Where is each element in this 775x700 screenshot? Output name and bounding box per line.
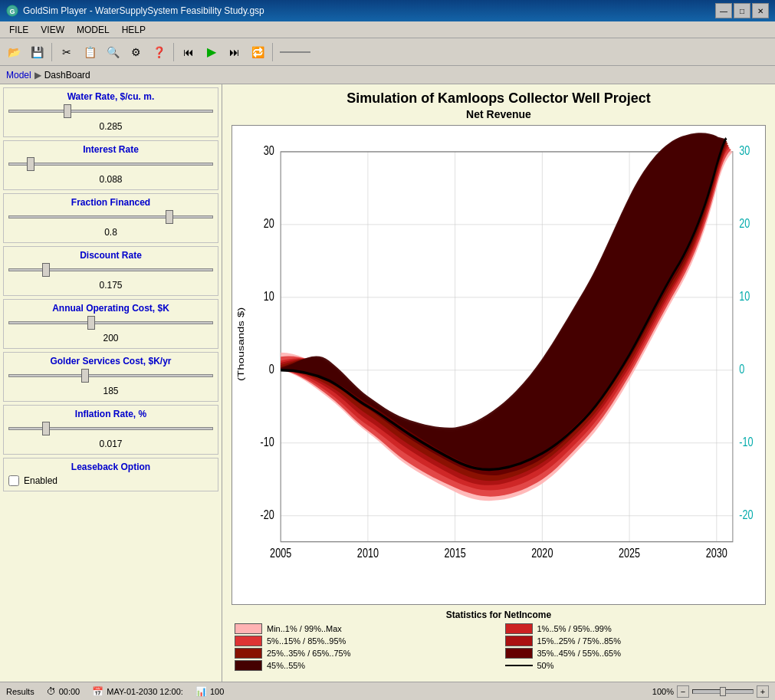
zoom-thumb[interactable] — [720, 687, 726, 696]
legend-label-4: 25%..35% / 65%..75% — [267, 649, 350, 658]
legend-grid: Min..1% / 99%..Max 1%..5% / 95%..99% 5%.… — [235, 623, 763, 671]
cut-button[interactable]: ✂ — [56, 41, 77, 63]
legend-item-4: 25%..35% / 65%..75% — [235, 648, 493, 659]
leaseback-checkbox[interactable] — [8, 475, 19, 486]
legend-swatch-2 — [235, 636, 262, 646]
status-results-text: Results — [6, 687, 34, 696]
inflation-rate-value: 0.017 — [8, 439, 213, 449]
zoom-out-button[interactable]: − — [677, 685, 689, 698]
leaseback-title: Leaseback Option — [8, 462, 213, 472]
svg-text:G: G — [9, 8, 15, 15]
svg-text:30: 30 — [264, 143, 274, 157]
toolbar-divider-line — [280, 51, 310, 53]
status-count: 📊 100 — [195, 686, 224, 697]
breadcrumb-bar: Model ▶ DashBoard — [0, 66, 775, 84]
legend-swatch-4 — [235, 648, 262, 659]
discount-rate-slider[interactable] — [8, 264, 213, 276]
breadcrumb-separator: ▶ — [34, 70, 41, 81]
minimize-button[interactable]: — — [715, 3, 732, 18]
menu-view[interactable]: VIEW — [34, 23, 71, 37]
toolbar-sep-3 — [272, 43, 273, 61]
legend-line-50 — [505, 660, 533, 671]
menu-file[interactable]: FILE — [3, 23, 34, 37]
fraction-financed-label: Fraction Financed — [8, 197, 213, 208]
zoom-level-text: 100% — [652, 687, 674, 696]
discount-rate-value: 0.175 — [8, 280, 213, 291]
menu-model[interactable]: MODEL — [71, 23, 116, 37]
help-button[interactable]: ❓ — [148, 41, 169, 63]
interest-rate-slider[interactable] — [8, 158, 213, 170]
svg-text:2025: 2025 — [619, 546, 640, 560]
chart-area: Simulation of Kamloops Collector Well Pr… — [222, 84, 775, 682]
legend-swatch-0 — [235, 623, 262, 634]
annual-op-cost-value: 200 — [8, 333, 213, 343]
maximize-button[interactable]: □ — [734, 3, 750, 18]
toolbar: 📂 💾 ✂ 📋 🔍 ⚙ ❓ ⏮ ▶ ⏭ 🔁 — [0, 38, 775, 66]
golder-cost-slider[interactable] — [8, 370, 213, 382]
svg-text:10: 10 — [264, 289, 274, 303]
legend-label-0: Min..1% / 99%..Max — [267, 624, 342, 633]
status-date-text: MAY-01-2030 12:00: — [107, 687, 183, 696]
discount-rate-group: Discount Rate 0.175 — [3, 246, 218, 296]
zoom-track[interactable] — [692, 689, 754, 694]
legend-item-6: 45%..55% — [235, 660, 493, 671]
svg-text:20: 20 — [739, 216, 750, 230]
svg-text:-10: -10 — [739, 435, 753, 449]
status-time: ⏱ 00:00 — [47, 686, 80, 697]
inflation-rate-label: Inflation Rate, % — [8, 409, 213, 419]
svg-text:30: 30 — [739, 143, 750, 157]
chart-container: 30 20 10 0 -10 -20 30 20 10 0 -10 -20 (T… — [232, 125, 766, 605]
legend-label-5: 35%..45% / 55%..65% — [537, 649, 621, 658]
breadcrumb-current: DashBoard — [44, 70, 90, 81]
svg-text:2015: 2015 — [445, 546, 466, 560]
status-zoom-area: 100% − + — [652, 685, 769, 698]
svg-text:-20: -20 — [739, 508, 753, 521]
settings-button[interactable]: ⚙ — [125, 41, 146, 63]
svg-text:2020: 2020 — [531, 546, 553, 560]
fraction-financed-slider[interactable] — [8, 211, 213, 223]
legend-label-2: 5%..15% / 85%..95% — [267, 636, 346, 646]
toolbar-sep-1 — [51, 43, 52, 61]
interest-rate-group: Interest Rate 0.088 — [3, 140, 218, 190]
annual-op-cost-slider[interactable] — [8, 317, 213, 329]
legend-swatch-1 — [505, 623, 533, 634]
close-button[interactable]: ✕ — [752, 3, 769, 18]
water-rate-slider[interactable] — [8, 105, 213, 117]
interest-rate-label: Interest Rate — [8, 144, 213, 155]
save-button[interactable]: 💾 — [26, 41, 48, 63]
legend-item-7: 50% — [505, 660, 764, 671]
annual-op-cost-label: Annual Operating Cost, $K — [8, 303, 213, 314]
legend-area: Statistics for NetIncome Min..1% / 99%..… — [228, 605, 769, 675]
svg-text:2010: 2010 — [357, 546, 379, 560]
legend-swatch-3 — [505, 636, 533, 646]
breadcrumb-root[interactable]: Model — [6, 70, 31, 81]
step-forward-button[interactable]: ⏭ — [224, 41, 245, 63]
golder-cost-label: Golder Services Cost, $K/yr — [8, 356, 213, 366]
svg-text:(Thousands $): (Thousands $) — [235, 307, 245, 381]
chart-svg: 30 20 10 0 -10 -20 30 20 10 0 -10 -20 (T… — [232, 126, 765, 604]
svg-text:0: 0 — [739, 362, 744, 376]
loop-button[interactable]: 🔁 — [247, 41, 268, 63]
inflation-rate-slider[interactable] — [8, 422, 213, 435]
title-bar: G GoldSim Player - WaterSupplySystem Fea… — [0, 0, 775, 21]
zoom-in-button[interactable]: + — [757, 685, 769, 698]
legend-label-7: 50% — [537, 661, 554, 670]
calendar-icon: 📅 — [92, 686, 103, 697]
copy-button[interactable]: 📋 — [79, 41, 100, 63]
open-button[interactable]: 📂 — [3, 41, 25, 63]
menu-help[interactable]: HELP — [116, 23, 152, 37]
search-button[interactable]: 🔍 — [102, 41, 123, 63]
inflation-rate-group: Inflation Rate, % 0.017 — [3, 405, 218, 455]
legend-title: Statistics for NetIncome — [235, 610, 763, 620]
skip-back-button[interactable]: ⏮ — [178, 41, 199, 63]
status-count-text: 100 — [210, 687, 224, 696]
golder-cost-group: Golder Services Cost, $K/yr 185 — [3, 352, 218, 402]
status-date: 📅 MAY-01-2030 12:00: — [92, 686, 183, 697]
menu-bar: FILE VIEW MODEL HELP — [0, 21, 775, 38]
play-button[interactable]: ▶ — [201, 41, 222, 63]
legend-label-3: 15%..25% / 75%..85% — [537, 636, 621, 646]
water-rate-label: Water Rate, $/cu. m. — [8, 91, 213, 102]
clock-icon: ⏱ — [47, 686, 56, 697]
status-results: Results — [6, 687, 34, 696]
interest-rate-value: 0.088 — [8, 174, 213, 185]
